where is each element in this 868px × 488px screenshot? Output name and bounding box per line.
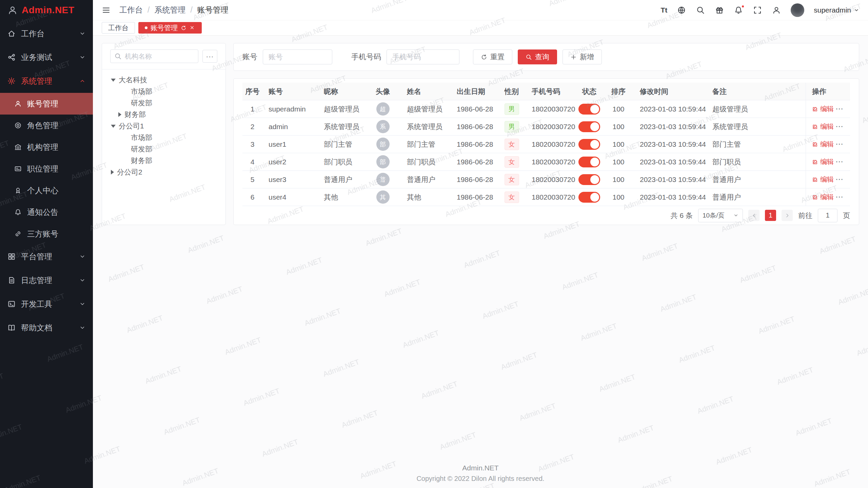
search-icon[interactable] (696, 5, 705, 15)
status-toggle[interactable] (578, 192, 600, 203)
user-icon[interactable] (772, 5, 781, 15)
edit-button[interactable]: 编辑 (812, 140, 834, 149)
sidebar-item-account-management[interactable]: 账号管理 (0, 93, 93, 115)
filter-bar: 账号 手机号码 重置 查询 新增 (233, 43, 859, 71)
phone-filter-input[interactable] (387, 49, 459, 64)
sidebar-item-business-test[interactable]: 业务测试 (0, 45, 93, 69)
avatar[interactable] (791, 3, 804, 17)
caret-down-icon[interactable] (111, 79, 116, 82)
sidebar-item-log-management[interactable]: 日志管理 (0, 268, 93, 292)
tree-node[interactable]: 财务部 (109, 109, 219, 120)
notification-bell-icon[interactable] (734, 5, 743, 15)
sidebar-item-notice[interactable]: 通知公告 (0, 201, 93, 223)
font-size-icon[interactable]: Tt (660, 5, 667, 15)
prev-page-button[interactable] (748, 210, 760, 221)
tree-node[interactable]: 分公司2 (109, 166, 219, 178)
edit-button[interactable]: 编辑 (812, 122, 834, 131)
cell-phone: 18020030720 (526, 171, 575, 188)
gift-icon[interactable] (715, 5, 724, 15)
reset-button[interactable]: 重置 (473, 49, 512, 64)
building-icon (14, 143, 22, 151)
more-actions-button[interactable]: ··· (836, 158, 844, 166)
notification-badge (741, 5, 745, 8)
sidebar-item-help-docs[interactable]: 帮助文档 (0, 316, 93, 340)
tab-workbench[interactable]: 工作台 (102, 22, 135, 34)
sidebar-item-role-management[interactable]: 角色管理 (0, 115, 93, 136)
table-row: 2 admin 系统管理员 系 系统管理员 1986-06-28 男 18020… (242, 118, 850, 136)
logo-icon (7, 5, 18, 15)
col-header: 性别 (498, 83, 526, 100)
cell-modified-time: 2023-01-03 10:59:44 (634, 153, 706, 170)
sidebar-item-platform-management[interactable]: 平台管理 (0, 245, 93, 268)
query-button[interactable]: 查询 (518, 49, 557, 64)
breadcrumb: 工作台 / 系统管理 / 账号管理 (119, 5, 229, 15)
tree-node[interactable]: 市场部 (109, 86, 219, 97)
caret-down-icon[interactable] (111, 125, 116, 128)
more-actions-button[interactable]: ··· (836, 140, 844, 148)
globe-icon[interactable] (677, 5, 686, 15)
caret-right-icon[interactable] (111, 170, 114, 175)
edit-button[interactable]: 编辑 (812, 192, 834, 202)
tree-node[interactable]: 财务部 (109, 155, 219, 166)
edit-button[interactable]: 编辑 (812, 157, 834, 166)
breadcrumb-item[interactable]: 系统管理 (154, 5, 185, 15)
org-search-input[interactable] (110, 49, 198, 63)
sidebar-item-system-management[interactable]: 系统管理 (0, 69, 93, 93)
tree-node[interactable]: 研发部 (109, 143, 219, 155)
caret-right-icon[interactable] (118, 112, 121, 117)
account-filter-input[interactable] (263, 49, 332, 64)
id-card-icon (14, 165, 22, 172)
tree-more-button[interactable]: ··· (202, 50, 217, 63)
page-size-select[interactable]: 10条/页 (698, 209, 743, 222)
page-unit-label: 页 (843, 211, 850, 220)
content: ··· 大名科技 市场部 研发部 财务部 分公司1 市场部 研发部 财务部 分公… (93, 36, 868, 232)
cell-gender: 女 (498, 171, 526, 188)
breadcrumb-item[interactable]: 工作台 (119, 5, 143, 15)
refresh-icon[interactable] (181, 25, 186, 31)
status-toggle[interactable] (578, 139, 600, 150)
cell-order: 100 (603, 136, 634, 153)
tree-node[interactable]: 市场部 (109, 132, 219, 143)
sidebar-item-profile-center[interactable]: 个人中心 (0, 180, 93, 201)
sidebar-item-dev-tools[interactable]: 开发工具 (0, 292, 93, 316)
cell-remark: 超级管理员 (706, 100, 806, 118)
user-menu[interactable]: superadmin (814, 6, 859, 14)
status-toggle[interactable] (578, 121, 600, 132)
cell-birth-date: 1986-06-28 (451, 153, 498, 170)
goto-page-input[interactable] (818, 209, 837, 222)
tree-node[interactable]: 大名科技 (109, 74, 219, 86)
more-actions-button[interactable]: ··· (836, 176, 844, 183)
tree-node[interactable]: 研发部 (109, 97, 219, 109)
close-icon[interactable] (190, 25, 195, 31)
edit-button[interactable]: 编辑 (812, 175, 834, 184)
more-actions-button[interactable]: ··· (836, 193, 844, 201)
cell-nickname: 超级管理员 (318, 100, 365, 118)
col-header: 排序 (603, 83, 634, 100)
cell-remark: 系统管理员 (706, 118, 806, 135)
cell-account: user2 (262, 153, 318, 170)
chevron-left-icon (751, 213, 757, 218)
status-toggle[interactable] (578, 157, 600, 167)
cell-no: 5 (242, 171, 262, 188)
status-toggle[interactable] (578, 174, 600, 185)
tab-account-management[interactable]: 账号管理 (138, 22, 202, 34)
more-actions-button[interactable]: ··· (836, 105, 844, 113)
status-toggle[interactable] (578, 104, 600, 115)
edit-button[interactable]: 编辑 (812, 104, 834, 114)
sidebar-item-org-management[interactable]: 机构管理 (0, 136, 93, 158)
sidebar-item-third-party-account[interactable]: 三方账号 (0, 223, 93, 245)
logo[interactable]: Admin.NET (0, 0, 93, 20)
hamburger-menu-icon[interactable] (102, 5, 112, 15)
cell-gender: 男 (498, 118, 526, 135)
tree-node[interactable]: 分公司1 (109, 120, 219, 132)
next-page-button[interactable] (782, 210, 793, 221)
cell-birth-date: 1986-06-28 (451, 100, 498, 118)
add-button[interactable]: 新增 (563, 49, 602, 64)
page-number-button[interactable]: 1 (765, 210, 776, 221)
sidebar-item-position-management[interactable]: 职位管理 (0, 158, 93, 180)
more-actions-button[interactable]: ··· (836, 123, 844, 130)
breadcrumb-separator: / (190, 5, 192, 15)
fullscreen-icon[interactable] (753, 5, 762, 15)
sidebar-item-workbench[interactable]: 工作台 (0, 22, 93, 45)
col-header: 昵称 (318, 83, 365, 100)
